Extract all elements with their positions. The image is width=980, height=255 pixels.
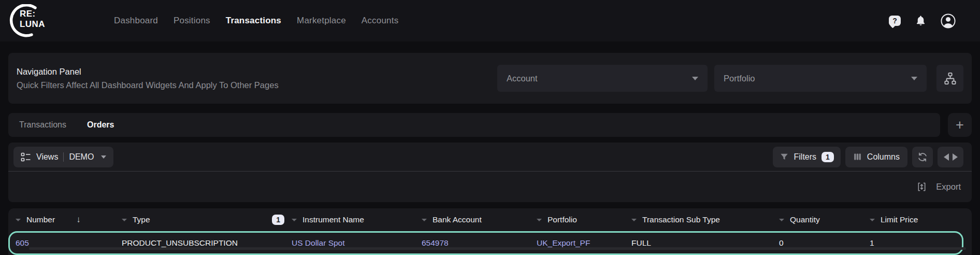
panel-title: Navigation Panel [17, 67, 279, 77]
navigation-panel-text: Navigation Panel Quick Filters Affect Al… [17, 67, 279, 90]
cell-limit-price: 1 [870, 238, 962, 248]
column-filter-badge: 1 [272, 215, 284, 225]
filters-button[interactable]: Filters 1 [773, 147, 841, 167]
column-menu-icon[interactable] [422, 219, 427, 221]
hierarchy-view-button[interactable] [936, 65, 963, 92]
column-menu-icon[interactable] [16, 219, 21, 221]
column-label: Instrument Name [302, 215, 364, 224]
cell-instrument-name[interactable]: US Dollar Spot [292, 238, 422, 248]
column-label: Portfolio [547, 215, 577, 224]
cell-type: PRODUCT_UNSUBSCRIPTION [122, 238, 292, 248]
horizontal-scrollbar[interactable] [29, 247, 966, 250]
column-menu-icon[interactable] [122, 219, 127, 221]
user-avatar-icon[interactable] [941, 13, 956, 29]
chevron-down-icon [911, 77, 917, 80]
cell-number[interactable]: 605 [16, 238, 122, 248]
columns-label: Columns [867, 152, 900, 162]
sitemap-icon [943, 72, 957, 86]
column-header-transaction-sub-type[interactable]: Transaction Sub Type [631, 215, 779, 224]
export-button[interactable]: Export [8, 172, 972, 202]
navigation-panel: Navigation Panel Quick Filters Affect Al… [8, 53, 972, 104]
table-row: 605 PRODUCT_UNSUBSCRIPTION US Dollar Spo… [10, 233, 962, 253]
column-label: Limit Price [881, 215, 918, 224]
chevron-right-icon [953, 153, 958, 161]
column-header-quantity[interactable]: Quantity [779, 215, 870, 224]
top-nav-bar: RE: LUNA Dashboard Positions Transaction… [0, 0, 980, 41]
views-current-value: DEMO [69, 152, 94, 162]
export-icon [916, 181, 927, 192]
chevron-left-icon [944, 153, 949, 161]
column-label: Type [133, 215, 150, 224]
column-header-bank-account[interactable]: Bank Account [422, 215, 537, 224]
nav-item-marketplace[interactable]: Marketplace [297, 16, 346, 26]
filters-count-badge: 1 [822, 152, 834, 162]
plus-icon: + [956, 118, 964, 132]
cell-transaction-sub-type: FULL [631, 238, 779, 248]
columns-button[interactable]: Columns [845, 147, 907, 167]
column-header-type[interactable]: Type 1 [122, 215, 292, 225]
export-label: Export [936, 182, 961, 192]
cell-bank-account[interactable]: 654978 [422, 238, 537, 248]
filters-label: Filters [794, 152, 817, 162]
brand-logo[interactable]: RE: LUNA [8, 4, 56, 38]
grid-header-row: Number ↓ Type 1 Instrument Name Bank Acc… [8, 208, 972, 231]
column-menu-icon[interactable] [779, 219, 784, 221]
column-header-portfolio[interactable]: Portfolio [537, 215, 631, 224]
account-filter-label: Account [507, 74, 538, 83]
column-label: Bank Account [433, 215, 482, 224]
quick-filter-controls: Account Portfolio [497, 65, 963, 92]
help-icon[interactable]: ? [889, 16, 901, 26]
column-header-limit-price[interactable]: Limit Price [870, 215, 972, 224]
column-menu-icon[interactable] [631, 219, 637, 221]
divider [63, 152, 64, 162]
brand-line1: RE: [20, 9, 45, 19]
tab-bar: Transactions Orders [8, 113, 940, 137]
nav-item-transactions[interactable]: Transactions [226, 16, 281, 26]
nav-item-dashboard[interactable]: Dashboard [114, 16, 158, 26]
list-views-icon [21, 152, 31, 162]
top-icon-group: ? [889, 13, 956, 29]
views-label: Views [36, 152, 58, 162]
brand-line2: LUNA [20, 19, 45, 30]
brand-logo-text: RE: LUNA [20, 9, 45, 30]
column-label: Quantity [790, 215, 820, 224]
column-menu-icon[interactable] [292, 219, 297, 221]
column-header-number[interactable]: Number ↓ [16, 215, 122, 225]
toolbar-right-group: Filters 1 Columns [773, 147, 964, 167]
cell-quantity: 0 [779, 238, 870, 248]
columns-icon [853, 152, 862, 161]
chevron-down-icon [101, 155, 106, 159]
column-menu-icon[interactable] [537, 219, 542, 221]
column-menu-icon[interactable] [870, 219, 875, 221]
column-label: Transaction Sub Type [642, 215, 720, 224]
grid-controls-panel: Views DEMO Filters 1 [8, 143, 972, 202]
app-window: RE: LUNA Dashboard Positions Transaction… [0, 0, 980, 255]
column-pager-button[interactable] [938, 147, 963, 167]
tab-orders[interactable]: Orders [87, 120, 114, 130]
account-filter-dropdown[interactable]: Account [497, 65, 708, 92]
refresh-button[interactable] [912, 147, 933, 167]
selected-order-row[interactable]: 605 PRODUCT_UNSUBSCRIPTION US Dollar Spo… [8, 231, 963, 255]
bell-icon[interactable] [915, 15, 927, 27]
cell-portfolio[interactable]: UK_Export_PF [537, 238, 631, 248]
column-label: Number [26, 215, 55, 224]
tab-transactions[interactable]: Transactions [19, 120, 66, 130]
portfolio-filter-dropdown[interactable]: Portfolio [714, 65, 927, 92]
views-selector[interactable]: Views DEMO [13, 147, 113, 167]
refresh-icon [917, 151, 928, 163]
funnel-icon [780, 152, 789, 162]
main-nav: Dashboard Positions Transactions Marketp… [114, 16, 398, 26]
add-tab-button[interactable]: + [948, 113, 972, 137]
nav-item-positions[interactable]: Positions [174, 16, 210, 26]
column-header-instrument-name[interactable]: Instrument Name [292, 215, 422, 224]
chevron-down-icon [692, 77, 698, 80]
tabs-row: Transactions Orders + [8, 113, 972, 137]
orders-grid: Number ↓ Type 1 Instrument Name Bank Acc… [8, 208, 972, 255]
panel-subtitle: Quick Filters Affect All Dashboard Widge… [17, 80, 279, 90]
sort-desc-icon[interactable]: ↓ [76, 215, 81, 225]
grid-toolbar: Views DEMO Filters 1 [8, 143, 972, 171]
nav-item-accounts[interactable]: Accounts [362, 16, 399, 26]
portfolio-filter-label: Portfolio [724, 74, 755, 83]
